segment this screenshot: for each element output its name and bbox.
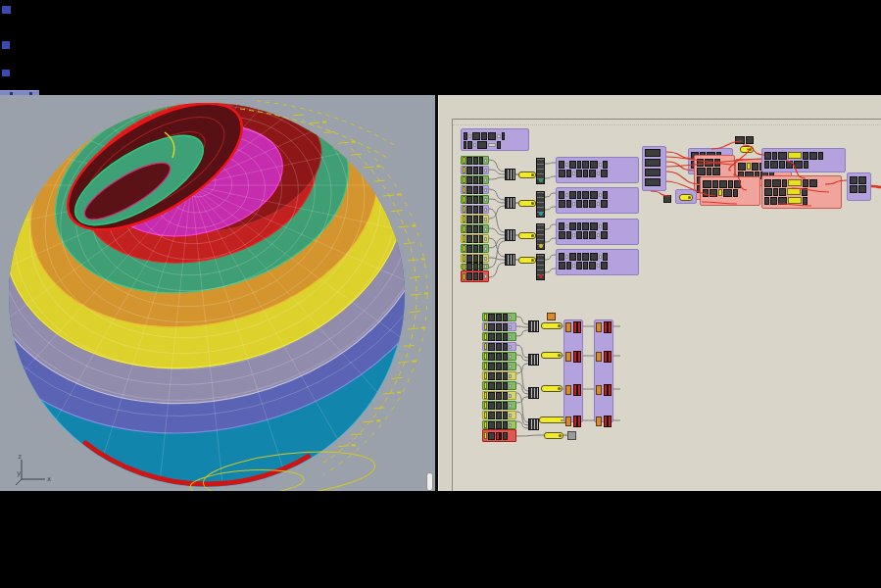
param-row[interactable] xyxy=(461,224,489,233)
param-row[interactable] xyxy=(461,264,489,270)
component-group[interactable] xyxy=(556,249,639,275)
merge-node[interactable] xyxy=(528,354,539,366)
component-pair[interactable] xyxy=(565,321,581,333)
param-row[interactable] xyxy=(482,332,516,341)
canvas-dotline xyxy=(453,124,881,125)
number-slider[interactable] xyxy=(541,385,563,392)
titlebar-fragment xyxy=(2,70,10,76)
relay-node[interactable] xyxy=(663,194,671,203)
screen: z y x xyxy=(0,0,881,588)
param-row[interactable] xyxy=(461,166,489,174)
axis-label-x: x xyxy=(47,475,51,483)
number-slider[interactable] xyxy=(541,322,563,329)
param-row[interactable] xyxy=(482,313,516,321)
grasshopper-panel xyxy=(438,95,881,491)
component-pair[interactable] xyxy=(596,351,612,363)
number-slider[interactable] xyxy=(679,194,693,201)
param-row[interactable] xyxy=(482,371,516,380)
param-row[interactable] xyxy=(461,185,489,194)
merge-node[interactable] xyxy=(505,229,515,241)
param-row[interactable] xyxy=(461,205,489,214)
merge-node[interactable] xyxy=(505,169,515,180)
axis-gizmo xyxy=(8,448,67,489)
component-pair[interactable] xyxy=(565,384,581,396)
sphere-render xyxy=(0,95,435,491)
component-group[interactable] xyxy=(556,157,639,183)
rhino-viewport[interactable]: z y x xyxy=(0,95,435,491)
param-row[interactable] xyxy=(482,342,516,351)
titlebar-fragment xyxy=(2,41,10,49)
component-group[interactable] xyxy=(761,148,846,172)
tall-component-group[interactable] xyxy=(563,319,583,422)
number-slider[interactable] xyxy=(544,432,563,439)
merge-node[interactable] xyxy=(528,418,539,430)
component-pair[interactable] xyxy=(565,416,581,427)
titlebar-fragment xyxy=(2,6,11,14)
output-node[interactable] xyxy=(567,431,576,440)
param-row[interactable] xyxy=(461,254,489,263)
param-row[interactable] xyxy=(461,156,489,165)
param-row[interactable] xyxy=(461,270,489,282)
param-row[interactable] xyxy=(461,234,489,243)
slider-group[interactable] xyxy=(675,189,697,204)
stack-component[interactable] xyxy=(536,223,545,250)
param-row[interactable] xyxy=(482,391,516,400)
component-pair[interactable] xyxy=(596,321,612,333)
component-group-inputs[interactable] xyxy=(642,146,666,191)
relay-node[interactable] xyxy=(547,312,556,320)
merge-node[interactable] xyxy=(505,197,515,209)
number-slider[interactable] xyxy=(541,352,563,359)
component-group[interactable] xyxy=(556,219,639,245)
param-row[interactable] xyxy=(482,411,516,419)
merge-node[interactable] xyxy=(528,387,539,399)
component-group-output[interactable] xyxy=(847,172,871,201)
scrollbar-thumb[interactable] xyxy=(426,472,433,491)
number-slider[interactable] xyxy=(518,200,536,207)
number-slider[interactable] xyxy=(518,257,536,264)
param-row[interactable] xyxy=(482,381,516,390)
component-group-selected[interactable] xyxy=(761,175,842,209)
param-row[interactable] xyxy=(482,362,516,370)
component-group-selected[interactable] xyxy=(700,176,760,206)
gh-canvas[interactable] xyxy=(452,119,881,491)
param-row-red[interactable] xyxy=(482,429,516,442)
param-row[interactable] xyxy=(461,195,489,204)
axis-label-z: z xyxy=(18,453,22,461)
stack-component[interactable] xyxy=(536,191,545,218)
component-pair[interactable] xyxy=(565,351,581,363)
param-row[interactable] xyxy=(482,401,516,410)
param-row[interactable] xyxy=(461,244,489,253)
param-row[interactable] xyxy=(461,215,489,223)
param-row[interactable] xyxy=(482,322,516,331)
upper-param-stack xyxy=(461,156,489,282)
tall-component-group[interactable] xyxy=(594,319,613,422)
number-slider[interactable] xyxy=(518,172,536,178)
param-row[interactable] xyxy=(461,175,489,184)
param-row[interactable] xyxy=(482,352,516,361)
component-pair[interactable] xyxy=(596,416,612,427)
stack-component[interactable] xyxy=(536,158,545,184)
number-slider[interactable] xyxy=(518,232,536,239)
merge-node[interactable] xyxy=(505,254,515,266)
lower-param-stack xyxy=(482,313,516,429)
stack-component[interactable] xyxy=(536,254,545,280)
component-pair[interactable] xyxy=(735,135,754,144)
param-row[interactable] xyxy=(482,420,516,429)
component-group-header[interactable] xyxy=(461,128,529,151)
number-slider[interactable] xyxy=(740,146,754,153)
axis-label-y: y xyxy=(17,469,21,477)
merge-node[interactable] xyxy=(528,320,539,332)
component-group[interactable] xyxy=(556,187,639,214)
component-pair[interactable] xyxy=(596,384,612,396)
